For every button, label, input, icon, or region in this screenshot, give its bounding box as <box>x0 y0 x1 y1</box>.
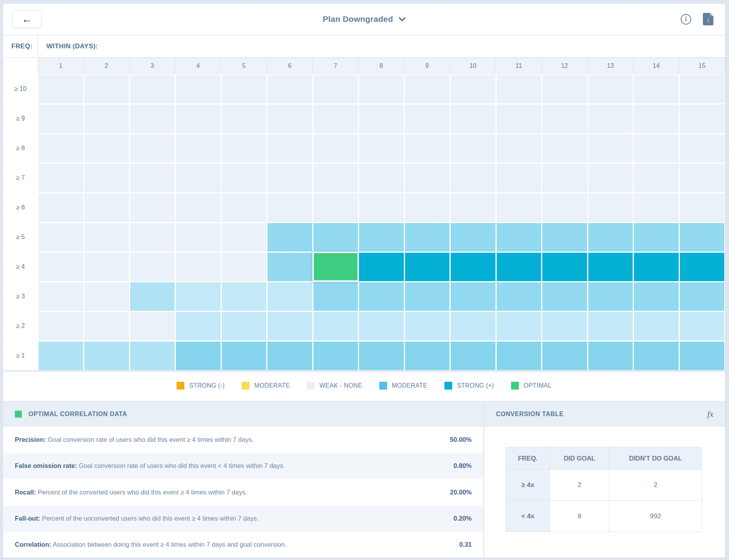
heatmap-cell[interactable] <box>588 105 633 133</box>
heatmap-cell[interactable] <box>634 223 679 252</box>
heatmap-cell[interactable] <box>359 164 404 192</box>
heatmap-cell[interactable] <box>451 193 495 222</box>
heatmap-cell[interactable] <box>405 342 450 370</box>
heatmap-cell[interactable] <box>176 105 221 133</box>
heatmap-cell[interactable] <box>542 223 587 252</box>
heatmap-cell[interactable] <box>588 342 633 370</box>
heatmap-cell[interactable] <box>634 342 679 370</box>
heatmap-cell[interactable] <box>359 312 404 340</box>
heatmap-cell[interactable] <box>313 223 358 252</box>
heatmap-cell[interactable] <box>130 342 175 370</box>
heatmap-cell[interactable] <box>542 312 587 340</box>
heatmap-cell[interactable] <box>588 75 633 103</box>
heatmap-cell[interactable] <box>313 342 358 370</box>
heatmap-cell[interactable] <box>497 164 541 192</box>
heatmap-cell[interactable] <box>39 164 83 192</box>
heatmap-cell[interactable] <box>130 105 175 133</box>
heatmap-cell[interactable] <box>634 134 679 163</box>
heatmap-cell[interactable] <box>39 193 83 222</box>
heatmap-cell[interactable] <box>222 193 267 222</box>
heatmap-cell[interactable] <box>130 134 175 163</box>
heatmap-cell[interactable] <box>39 312 83 340</box>
heatmap-cell[interactable] <box>176 223 221 252</box>
heatmap-cell[interactable] <box>634 164 679 192</box>
heatmap-cell[interactable] <box>359 253 404 281</box>
heatmap-cell[interactable] <box>39 223 83 252</box>
heatmap-cell[interactable] <box>680 134 725 163</box>
heatmap-cell[interactable] <box>680 193 725 222</box>
heatmap-cell[interactable] <box>130 312 175 340</box>
heatmap-cell[interactable] <box>588 312 633 340</box>
heatmap-cell[interactable] <box>130 223 175 252</box>
heatmap-cell[interactable] <box>84 105 129 133</box>
heatmap-cell[interactable] <box>130 193 175 222</box>
heatmap-cell[interactable] <box>405 134 450 163</box>
heatmap-cell[interactable] <box>267 105 312 133</box>
download-icon[interactable]: ↓ <box>703 13 713 25</box>
heatmap-cell[interactable] <box>267 193 312 222</box>
heatmap-cell[interactable] <box>588 193 633 222</box>
heatmap-cell[interactable] <box>634 75 679 103</box>
heatmap-cell[interactable] <box>588 134 633 163</box>
heatmap-cell[interactable] <box>222 282 267 311</box>
heatmap-cell[interactable] <box>634 105 679 133</box>
heatmap-cell[interactable] <box>634 193 679 222</box>
heatmap-cell[interactable] <box>680 312 725 340</box>
heatmap-cell[interactable] <box>359 342 404 370</box>
heatmap-cell[interactable] <box>130 75 175 103</box>
heatmap-cell[interactable] <box>267 164 312 192</box>
heatmap-cell[interactable] <box>39 342 83 370</box>
info-icon[interactable]: i <box>681 14 691 25</box>
heatmap-cell[interactable] <box>267 223 312 252</box>
heatmap-cell[interactable] <box>497 105 541 133</box>
heatmap-cell[interactable] <box>588 253 633 281</box>
formula-fx-icon[interactable]: fx <box>707 409 713 419</box>
heatmap-cell[interactable] <box>176 342 221 370</box>
heatmap-cell[interactable] <box>451 105 495 133</box>
heatmap-cell[interactable] <box>176 312 221 340</box>
heatmap-cell[interactable] <box>176 164 221 192</box>
heatmap-cell[interactable] <box>680 105 725 133</box>
heatmap-cell[interactable] <box>222 75 267 103</box>
heatmap-cell[interactable] <box>359 282 404 311</box>
heatmap-cell[interactable] <box>313 105 358 133</box>
heatmap-cell[interactable] <box>497 312 541 340</box>
heatmap-cell[interactable] <box>313 282 358 311</box>
heatmap-cell[interactable] <box>359 223 404 252</box>
heatmap-cell[interactable] <box>176 75 221 103</box>
heatmap-cell[interactable] <box>542 193 587 222</box>
heatmap-cell[interactable] <box>451 75 495 103</box>
heatmap-cell[interactable] <box>130 253 175 281</box>
heatmap-cell[interactable] <box>84 282 129 311</box>
chevron-down-icon[interactable] <box>399 17 405 21</box>
heatmap-cell[interactable] <box>451 253 495 281</box>
heatmap-cell[interactable] <box>634 282 679 311</box>
heatmap-cell[interactable] <box>39 134 83 163</box>
heatmap-cell[interactable] <box>84 164 129 192</box>
heatmap-cell[interactable] <box>84 342 129 370</box>
heatmap-cell[interactable] <box>542 164 587 192</box>
heatmap-cell[interactable] <box>680 223 725 252</box>
heatmap-cell[interactable] <box>680 282 725 311</box>
heatmap-cell[interactable] <box>497 193 541 222</box>
heatmap-cell[interactable] <box>267 253 312 281</box>
heatmap-cell[interactable] <box>84 193 129 222</box>
heatmap-cell[interactable] <box>359 134 404 163</box>
heatmap-cell[interactable] <box>84 253 129 281</box>
heatmap-cell[interactable] <box>313 75 358 103</box>
heatmap-cell[interactable] <box>451 134 495 163</box>
heatmap-cell[interactable] <box>313 312 358 340</box>
heatmap-cell[interactable] <box>497 253 541 281</box>
heatmap-cell[interactable] <box>222 134 267 163</box>
heatmap-cell[interactable] <box>267 342 312 370</box>
heatmap-cell[interactable] <box>680 253 725 281</box>
heatmap-cell[interactable] <box>39 253 83 281</box>
heatmap-cell[interactable] <box>222 312 267 340</box>
heatmap-cell[interactable] <box>130 164 175 192</box>
heatmap-cell[interactable] <box>497 134 541 163</box>
heatmap-cell[interactable] <box>39 282 83 311</box>
heatmap-cell[interactable] <box>39 105 83 133</box>
heatmap-cell[interactable] <box>222 164 267 192</box>
heatmap-cell[interactable] <box>680 164 725 192</box>
heatmap-cell[interactable] <box>542 253 587 281</box>
